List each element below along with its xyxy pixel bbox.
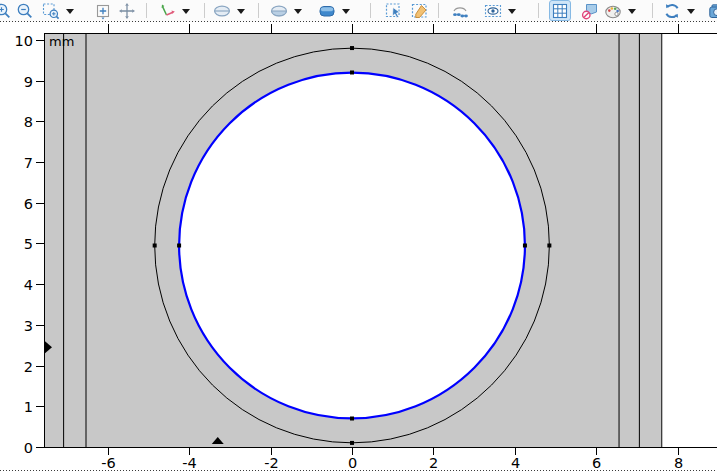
vertex-point — [177, 243, 181, 247]
axes-icon — [158, 2, 176, 20]
unit-label: mm — [49, 34, 74, 49]
zoom-in-icon — [0, 2, 12, 20]
dropdown-arrow-icon — [341, 6, 351, 16]
vertex-point — [523, 243, 527, 247]
hide-objects-icon — [451, 2, 469, 20]
x-tick-label: 6 — [592, 455, 601, 471]
transparency-icon — [318, 2, 336, 20]
x-tick-label: 0 — [348, 455, 357, 471]
vertex-point — [153, 243, 157, 247]
select-box-button[interactable] — [383, 0, 405, 21]
dropdown-arrow-icon — [507, 6, 517, 16]
y-tick-label: 0 — [24, 440, 33, 456]
refresh-scene-dropdown-button[interactable] — [684, 0, 698, 21]
deselect-box-icon — [411, 2, 429, 20]
palette-icon — [604, 2, 622, 20]
reflections-icon — [270, 2, 288, 20]
dropdown-arrow-icon — [65, 6, 75, 16]
no-material-icon — [581, 2, 599, 20]
dropdown-arrow-icon — [181, 6, 191, 16]
camera-icon — [709, 2, 717, 20]
color-palette-button[interactable] — [602, 0, 624, 21]
toolbar-separator — [438, 3, 439, 18]
hide-objects-button[interactable] — [449, 0, 471, 21]
y-tick-label: 5 — [24, 236, 33, 252]
y-tick-label: 7 — [24, 155, 33, 171]
view-hidden-button[interactable] — [482, 0, 504, 21]
y-tick-label: 9 — [24, 74, 33, 90]
vertex-point — [350, 46, 354, 50]
refresh-scene-button[interactable] — [661, 0, 683, 21]
y-tick-label: 4 — [24, 277, 33, 293]
toolbar-separator — [652, 3, 653, 18]
graphics-toolbar — [0, 0, 717, 22]
dropdown-arrow-icon — [236, 6, 246, 16]
y-tick-label: 1 — [24, 399, 33, 415]
x-tick-label: -2 — [264, 455, 278, 471]
color-palette-dropdown-button[interactable] — [625, 0, 639, 21]
vertex-point — [350, 417, 354, 421]
scene-light-icon — [213, 2, 231, 20]
graphics-canvas-area: -6-4-202468012345678910mm — [0, 22, 717, 474]
vertex-point — [547, 243, 551, 247]
view-hidden-dropdown-button[interactable] — [505, 0, 519, 21]
focus-border-bottom — [0, 470, 717, 471]
toolbar-separator — [538, 3, 539, 18]
y-tick-label: 10 — [15, 33, 33, 49]
y-tick-label: 2 — [24, 359, 33, 375]
select-box-icon — [385, 2, 403, 20]
vertex-point — [350, 70, 354, 74]
vertex-point — [350, 441, 354, 445]
grid-icon — [551, 2, 569, 20]
material-color-button[interactable] — [579, 0, 601, 21]
geometry-plot[interactable]: -6-4-202468012345678910mm — [0, 22, 717, 474]
view-orientation-button[interactable] — [156, 0, 178, 21]
eye-box-icon — [484, 2, 502, 20]
environment-reflections-button[interactable] — [268, 0, 290, 21]
transparency-button[interactable] — [316, 0, 338, 21]
dropdown-arrow-icon — [686, 6, 696, 16]
y-tick-label: 3 — [24, 318, 33, 334]
zoom-out-icon — [16, 2, 34, 20]
toolbar-separator — [146, 3, 147, 18]
transparency-dropdown-button[interactable] — [339, 0, 353, 21]
x-tick-label: 4 — [511, 455, 520, 471]
x-tick-label: 8 — [674, 455, 683, 471]
snapshot-button[interactable] — [707, 0, 717, 21]
pan-icon — [118, 2, 136, 20]
deselect-box-button[interactable] — [409, 0, 431, 21]
toolbar-separator — [204, 3, 205, 18]
view-orientation-dropdown-button[interactable] — [179, 0, 193, 21]
dropdown-arrow-icon — [627, 6, 637, 16]
toolbar-separator — [258, 3, 259, 18]
zoom-in-button[interactable] — [0, 0, 14, 21]
zoom-box-button[interactable] — [40, 0, 62, 21]
scene-light-button[interactable] — [211, 0, 233, 21]
x-tick-label: -4 — [182, 455, 196, 471]
x-tick-label: -6 — [101, 455, 115, 471]
zoom-extents-icon — [94, 2, 112, 20]
environment-reflections-dropdown-button[interactable] — [291, 0, 305, 21]
y-tick-label: 8 — [24, 114, 33, 130]
zoom-out-button[interactable] — [14, 0, 36, 21]
pan-button[interactable] — [116, 0, 138, 21]
grid-button[interactable] — [549, 0, 571, 21]
graphics-window: -6-4-202468012345678910mm — [0, 0, 717, 474]
scene-light-dropdown-button[interactable] — [234, 0, 248, 21]
dropdown-arrow-icon — [293, 6, 303, 16]
zoom-box-icon — [42, 2, 60, 20]
zoom-box-dropdown-button[interactable] — [63, 0, 77, 21]
y-tick-label: 6 — [24, 196, 33, 212]
inner-circle-boundary — [179, 73, 525, 419]
zoom-extents-button[interactable] — [92, 0, 114, 21]
x-tick-label: 2 — [429, 455, 438, 471]
toolbar-separator — [370, 3, 371, 18]
shutter-icon — [663, 2, 681, 20]
